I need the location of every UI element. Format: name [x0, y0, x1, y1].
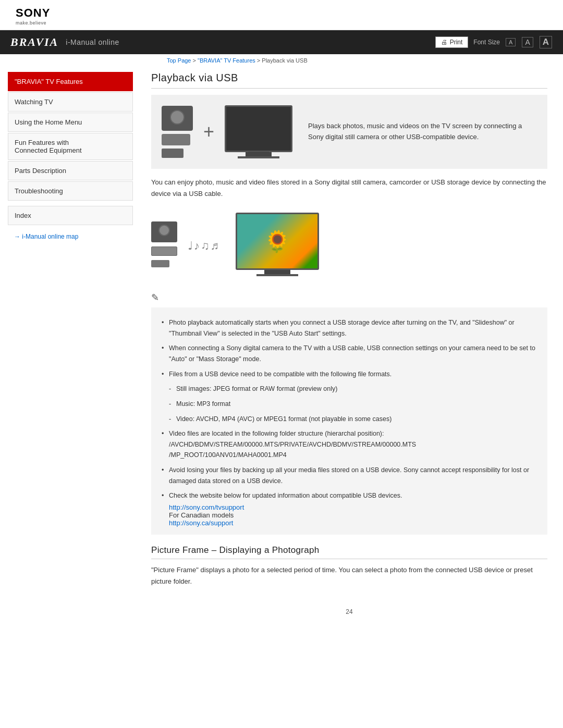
sidebar: "BRAVIA" TV Features Watching TV Using t…: [0, 67, 141, 631]
small-camera-icon: [151, 221, 177, 242]
note-icon: ✎: [151, 292, 547, 303]
camera-device-icon: [162, 106, 193, 131]
hdd-device-icon: [151, 246, 177, 256]
sony-tagline: make.believe: [16, 20, 547, 26]
content-area: Playback via USB + Plays back photos, mu…: [141, 67, 563, 631]
note-item-3: Files from a USB device need to be compa…: [162, 367, 537, 382]
note-item-7: Video files are located in the following…: [162, 426, 537, 463]
breadcrumb-sep2: >: [257, 57, 262, 64]
breadcrumb-sep1: >: [193, 57, 198, 64]
usb-device1-icon: [162, 134, 190, 145]
font-size-large[interactable]: A: [540, 36, 552, 48]
section2-desc: "Picture Frame" displays a photo for a s…: [151, 564, 547, 587]
breadcrumb-top-page[interactable]: Top Page: [167, 57, 191, 64]
breadcrumb-current: Playback via USB: [262, 57, 307, 64]
breadcrumb: Top Page > "BRAVIA" TV Features > Playba…: [0, 54, 563, 67]
note-item-8: Avoid losing your files by backing up al…: [162, 463, 537, 488]
note-item-4: Still images: JPEG format or RAW format …: [162, 381, 537, 397]
sidebar-index[interactable]: Index: [8, 206, 133, 225]
bravia-logo: BRAVIA: [10, 35, 58, 49]
usb-photo-illustration: ♩♪♫♬ 🌻: [151, 207, 547, 281]
bravia-bar: BRAVIA i-Manual online 🖨 Print Font Size…: [0, 30, 563, 54]
note-item-1: Photo playback automatically starts when…: [162, 315, 537, 341]
sony-logo: SONY: [16, 6, 547, 20]
page-title: Playback via USB: [151, 72, 547, 89]
note-item-6: Video: AVCHD, MP4 (AVC) or MPEG1 format …: [162, 412, 537, 427]
usb-devices-left: [162, 106, 193, 158]
link-sony-support[interactable]: http://sony.com/tvsupport: [169, 503, 244, 511]
font-size-label: Font Size: [473, 39, 500, 46]
sunflower-image: 🌻: [237, 214, 317, 268]
notes-section: Photo playback automatically starts when…: [151, 307, 547, 535]
bravia-left: BRAVIA i-Manual online: [10, 35, 119, 49]
print-button[interactable]: 🖨 Print: [435, 36, 469, 48]
top-bar: SONY make.believe: [0, 0, 563, 30]
sidebar-item-bravia-tv-features[interactable]: "BRAVIA" TV Features: [8, 72, 133, 91]
music-notes-icon: ♩♪♫♬: [188, 239, 220, 253]
breadcrumb-tv-features[interactable]: "BRAVIA" TV Features: [198, 57, 255, 64]
sony-logo-container: SONY make.believe: [16, 6, 547, 26]
bravia-subtitle: i-Manual online: [66, 38, 119, 46]
devices-column: [151, 221, 177, 267]
usb-illustration-container: + Plays back photos, music and videos on…: [151, 95, 547, 169]
font-size-small[interactable]: A: [506, 38, 516, 46]
print-label: Print: [450, 39, 463, 46]
sidebar-item-watching-tv[interactable]: Watching TV: [8, 92, 133, 112]
section2-title: Picture Frame – Displaying a Photograph: [151, 545, 547, 559]
plus-sign: +: [203, 121, 214, 143]
sidebar-item-home-menu[interactable]: Using the Home Menu: [8, 113, 133, 132]
main-layout: "BRAVIA" TV Features Watching TV Using t…: [0, 67, 563, 647]
sidebar-item-troubleshooting[interactable]: Troubleshooting: [8, 181, 133, 201]
bravia-right: 🖨 Print Font Size A A A: [435, 36, 553, 48]
usb-paragraph: You can enjoy photo, music and video fil…: [151, 177, 547, 200]
page-number: 24: [151, 603, 547, 615]
font-size-medium[interactable]: A: [522, 37, 533, 47]
sidebar-item-parts-description[interactable]: Parts Description: [8, 161, 133, 180]
usb-device2-icon: [162, 149, 183, 158]
sidebar-map-link[interactable]: i-Manual online map: [8, 230, 133, 243]
photo-tv-wrapper: 🌻: [236, 213, 319, 276]
usb-description: Plays back photos, music and videos on t…: [303, 121, 537, 143]
sidebar-item-fun-features[interactable]: Fun Features with Connected Equipment: [8, 133, 133, 160]
note-item-2: When connecting a Sony digital camera to…: [162, 341, 537, 366]
tv-screen-icon: [225, 105, 292, 152]
note-item-5: Music: MP3 format: [162, 397, 537, 412]
usb-stick-icon: [151, 260, 169, 267]
canadian-label: For Canadian models: [169, 511, 234, 519]
note-item-9: Check the website below for updated info…: [162, 488, 537, 503]
music-notes-container: ♩♪♫♬: [188, 237, 220, 253]
links-container: http://sony.com/tvsupport For Canadian m…: [162, 503, 537, 527]
link-sony-ca[interactable]: http://sony.ca/support: [169, 519, 233, 527]
tv-wrapper: [225, 105, 292, 158]
notes-list: Photo playback automatically starts when…: [162, 315, 537, 503]
photo-tv-screen: 🌻: [236, 213, 319, 270]
printer-icon: 🖨: [441, 39, 447, 46]
